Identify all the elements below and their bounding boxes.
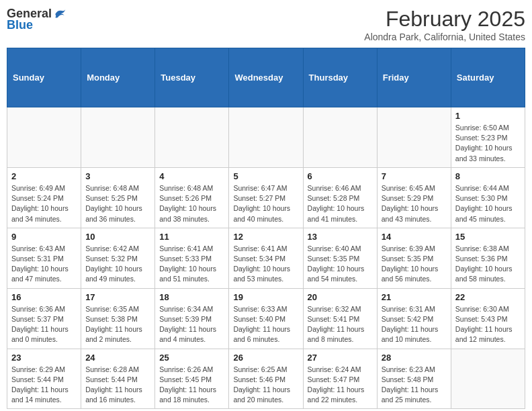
day-number: 15 [455,232,521,242]
table-row: 1Sunrise: 6:50 AM Sunset: 5:23 PM Daylig… [451,107,525,168]
table-row: 7Sunrise: 6:45 AM Sunset: 5:29 PM Daylig… [377,167,451,228]
table-row: 4Sunrise: 6:48 AM Sunset: 5:26 PM Daylig… [155,167,229,228]
table-row: 16Sunrise: 6:36 AM Sunset: 5:37 PM Dayli… [7,288,81,349]
day-number: 4 [159,171,224,181]
table-row: 23Sunrise: 6:29 AM Sunset: 5:44 PM Dayli… [7,349,81,409]
table-row: 20Sunrise: 6:32 AM Sunset: 5:41 PM Dayli… [303,288,377,349]
day-info: Sunrise: 6:29 AM Sunset: 5:44 PM Dayligh… [11,365,77,406]
col-sunday: Sunday [7,48,81,107]
day-number: 25 [159,353,224,363]
table-row: 3Sunrise: 6:48 AM Sunset: 5:25 PM Daylig… [81,167,155,228]
day-info: Sunrise: 6:30 AM Sunset: 5:43 PM Dayligh… [455,304,521,345]
day-number: 16 [11,292,77,302]
table-row: 13Sunrise: 6:40 AM Sunset: 5:35 PM Dayli… [303,228,377,288]
day-number: 7 [382,171,447,181]
col-friday: Friday [377,48,451,107]
col-saturday: Saturday [451,48,525,107]
header: General Blue February 2025 Alondra Park,… [7,7,525,42]
day-info: Sunrise: 6:44 AM Sunset: 5:30 PM Dayligh… [455,183,521,224]
day-number: 2 [11,171,77,181]
day-info: Sunrise: 6:35 AM Sunset: 5:38 PM Dayligh… [85,304,150,345]
day-info: Sunrise: 6:47 AM Sunset: 5:27 PM Dayligh… [233,183,298,224]
table-row: 28Sunrise: 6:23 AM Sunset: 5:48 PM Dayli… [377,349,451,409]
day-number: 22 [455,292,521,302]
day-info: Sunrise: 6:43 AM Sunset: 5:31 PM Dayligh… [11,244,77,285]
day-info: Sunrise: 6:50 AM Sunset: 5:23 PM Dayligh… [455,123,521,164]
table-row [155,107,229,168]
calendar-week-row: 9Sunrise: 6:43 AM Sunset: 5:31 PM Daylig… [7,228,525,288]
day-number: 3 [85,171,150,181]
day-info: Sunrise: 6:28 AM Sunset: 5:44 PM Dayligh… [85,365,150,406]
day-number: 17 [85,292,150,302]
day-number: 26 [233,353,298,363]
day-info: Sunrise: 6:34 AM Sunset: 5:39 PM Dayligh… [159,304,224,345]
col-wednesday: Wednesday [229,48,303,107]
day-number: 11 [159,232,224,242]
day-number: 18 [159,292,224,302]
logo: General Blue [7,7,66,32]
day-number: 5 [233,171,298,181]
calendar-week-row: 16Sunrise: 6:36 AM Sunset: 5:37 PM Dayli… [7,288,525,349]
day-info: Sunrise: 6:31 AM Sunset: 5:42 PM Dayligh… [382,304,447,345]
day-info: Sunrise: 6:40 AM Sunset: 5:35 PM Dayligh… [308,244,373,285]
day-info: Sunrise: 6:23 AM Sunset: 5:48 PM Dayligh… [382,365,447,406]
day-info: Sunrise: 6:41 AM Sunset: 5:33 PM Dayligh… [159,244,224,285]
table-row: 22Sunrise: 6:30 AM Sunset: 5:43 PM Dayli… [451,288,525,349]
day-info: Sunrise: 6:46 AM Sunset: 5:28 PM Dayligh… [308,183,373,224]
table-row: 10Sunrise: 6:42 AM Sunset: 5:32 PM Dayli… [81,228,155,288]
day-info: Sunrise: 6:32 AM Sunset: 5:41 PM Dayligh… [308,304,373,345]
table-row: 14Sunrise: 6:39 AM Sunset: 5:35 PM Dayli… [377,228,451,288]
day-number: 24 [85,353,150,363]
day-number: 6 [308,171,373,181]
day-number: 10 [85,232,150,242]
table-row: 27Sunrise: 6:24 AM Sunset: 5:47 PM Dayli… [303,349,377,409]
table-row: 6Sunrise: 6:46 AM Sunset: 5:28 PM Daylig… [303,167,377,228]
month-title: February 2025 [364,7,525,32]
table-row: 25Sunrise: 6:26 AM Sunset: 5:45 PM Dayli… [155,349,229,409]
col-tuesday: Tuesday [155,48,229,107]
day-number: 21 [382,292,447,302]
day-info: Sunrise: 6:38 AM Sunset: 5:36 PM Dayligh… [455,244,521,285]
day-number: 12 [233,232,298,242]
day-info: Sunrise: 6:49 AM Sunset: 5:24 PM Dayligh… [11,183,77,224]
day-info: Sunrise: 6:48 AM Sunset: 5:25 PM Dayligh… [85,183,150,224]
table-row [377,107,451,168]
day-number: 20 [308,292,373,302]
table-row [81,107,155,168]
table-row: 5Sunrise: 6:47 AM Sunset: 5:27 PM Daylig… [229,167,303,228]
table-row [229,107,303,168]
title-area: February 2025 Alondra Park, California, … [364,7,525,42]
table-row: 17Sunrise: 6:35 AM Sunset: 5:38 PM Dayli… [81,288,155,349]
table-row: 26Sunrise: 6:25 AM Sunset: 5:46 PM Dayli… [229,349,303,409]
table-row: 8Sunrise: 6:44 AM Sunset: 5:30 PM Daylig… [451,167,525,228]
calendar-week-row: 2Sunrise: 6:49 AM Sunset: 5:24 PM Daylig… [7,167,525,228]
day-number: 1 [455,111,521,121]
day-info: Sunrise: 6:48 AM Sunset: 5:26 PM Dayligh… [159,183,224,224]
day-number: 13 [308,232,373,242]
day-number: 8 [455,171,521,181]
table-row: 11Sunrise: 6:41 AM Sunset: 5:33 PM Dayli… [155,228,229,288]
day-info: Sunrise: 6:26 AM Sunset: 5:45 PM Dayligh… [159,365,224,406]
day-info: Sunrise: 6:39 AM Sunset: 5:35 PM Dayligh… [382,244,447,285]
day-number: 9 [11,232,77,242]
day-info: Sunrise: 6:41 AM Sunset: 5:34 PM Dayligh… [233,244,298,285]
day-info: Sunrise: 6:45 AM Sunset: 5:29 PM Dayligh… [382,183,447,224]
table-row: 2Sunrise: 6:49 AM Sunset: 5:24 PM Daylig… [7,167,81,228]
day-number: 19 [233,292,298,302]
table-row: 21Sunrise: 6:31 AM Sunset: 5:42 PM Dayli… [377,288,451,349]
day-info: Sunrise: 6:36 AM Sunset: 5:37 PM Dayligh… [11,304,77,345]
table-row: 12Sunrise: 6:41 AM Sunset: 5:34 PM Dayli… [229,228,303,288]
calendar-week-row: 23Sunrise: 6:29 AM Sunset: 5:44 PM Dayli… [7,349,525,409]
calendar: Sunday Monday Tuesday Wednesday Thursday… [7,48,525,409]
table-row [451,349,525,409]
table-row: 9Sunrise: 6:43 AM Sunset: 5:31 PM Daylig… [7,228,81,288]
day-number: 14 [382,232,447,242]
table-row [7,107,81,168]
day-info: Sunrise: 6:42 AM Sunset: 5:32 PM Dayligh… [85,244,150,285]
day-number: 23 [11,353,77,363]
logo-bird-icon [53,7,66,21]
table-row: 24Sunrise: 6:28 AM Sunset: 5:44 PM Dayli… [81,349,155,409]
day-number: 27 [308,353,373,363]
day-info: Sunrise: 6:24 AM Sunset: 5:47 PM Dayligh… [308,365,373,406]
day-number: 28 [382,353,447,363]
